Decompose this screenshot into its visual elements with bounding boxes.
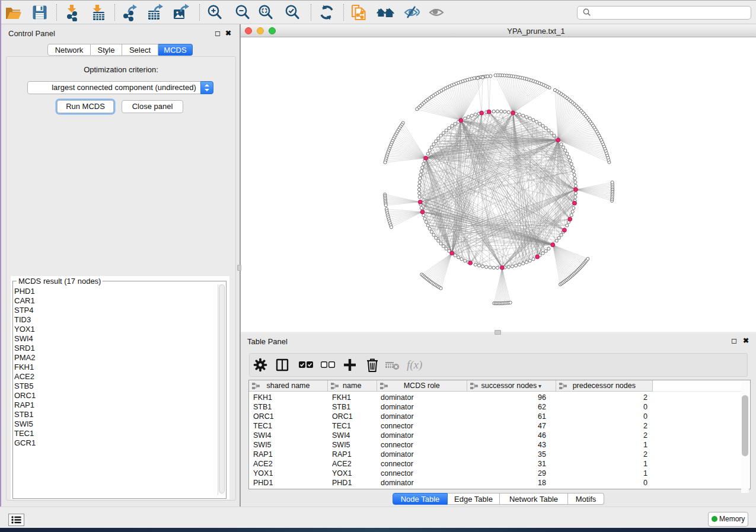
- svg-text:f(x): f(x): [407, 358, 422, 371]
